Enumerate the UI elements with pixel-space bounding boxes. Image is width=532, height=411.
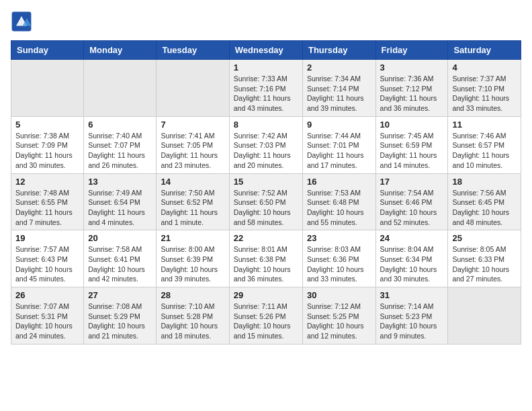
day-number: 22 [234, 233, 298, 243]
day-info: Sunrise: 7:10 AM Sunset: 5:28 PM Dayligh… [161, 302, 224, 341]
day-info: Sunrise: 7:49 AM Sunset: 6:54 PM Dayligh… [88, 188, 152, 228]
day-number: 11 [452, 120, 517, 130]
calendar-day-cell: 13Sunrise: 7:49 AM Sunset: 6:54 PM Dayli… [84, 173, 157, 230]
day-info: Sunrise: 7:33 AM Sunset: 7:16 PM Dayligh… [234, 74, 298, 113]
day-info: Sunrise: 7:58 AM Sunset: 6:41 PM Dayligh… [88, 244, 152, 284]
day-number: 6 [88, 120, 152, 130]
day-number: 3 [380, 62, 444, 73]
calendar-day-cell: 18Sunrise: 7:56 AM Sunset: 6:45 PM Dayli… [448, 173, 521, 230]
calendar-day-cell: 15Sunrise: 7:52 AM Sunset: 6:50 PM Dayli… [229, 173, 302, 230]
day-info: Sunrise: 7:44 AM Sunset: 7:01 PM Dayligh… [307, 131, 371, 171]
day-info: Sunrise: 7:36 AM Sunset: 7:12 PM Dayligh… [380, 74, 444, 113]
calendar-day-cell: 3Sunrise: 7:36 AM Sunset: 7:12 PM Daylig… [375, 60, 448, 117]
day-number: 2 [307, 62, 371, 73]
calendar-week-row: 26Sunrise: 7:07 AM Sunset: 5:31 PM Dayli… [11, 287, 521, 345]
calendar-week-row: 5Sunrise: 7:38 AM Sunset: 7:09 PM Daylig… [11, 116, 521, 173]
day-info: Sunrise: 7:11 AM Sunset: 5:26 PM Dayligh… [234, 302, 298, 341]
day-number: 26 [15, 290, 79, 300]
day-number: 18 [452, 177, 517, 187]
calendar-day-cell: 2Sunrise: 7:34 AM Sunset: 7:14 PM Daylig… [302, 60, 375, 117]
calendar-day-cell: 28Sunrise: 7:10 AM Sunset: 5:28 PM Dayli… [157, 287, 229, 345]
day-info: Sunrise: 7:53 AM Sunset: 6:48 PM Dayligh… [307, 188, 371, 228]
day-info: Sunrise: 7:40 AM Sunset: 7:07 PM Dayligh… [88, 131, 152, 171]
day-number: 23 [307, 233, 371, 243]
day-info: Sunrise: 7:41 AM Sunset: 7:05 PM Dayligh… [161, 131, 224, 171]
day-number: 24 [380, 233, 444, 243]
day-info: Sunrise: 7:54 AM Sunset: 6:46 PM Dayligh… [380, 188, 444, 228]
day-number: 7 [161, 120, 224, 130]
day-number: 4 [452, 62, 517, 73]
day-info: Sunrise: 8:04 AM Sunset: 6:34 PM Dayligh… [380, 244, 444, 284]
day-info: Sunrise: 7:56 AM Sunset: 6:45 PM Dayligh… [452, 188, 517, 228]
day-info: Sunrise: 7:12 AM Sunset: 5:25 PM Dayligh… [307, 302, 371, 341]
weekday-header-wednesday: Wednesday [229, 41, 302, 60]
day-info: Sunrise: 7:48 AM Sunset: 6:55 PM Dayligh… [15, 188, 79, 228]
calendar-day-cell [84, 60, 157, 117]
calendar-day-cell: 11Sunrise: 7:46 AM Sunset: 6:57 PM Dayli… [448, 116, 521, 173]
calendar-day-cell: 29Sunrise: 7:11 AM Sunset: 5:26 PM Dayli… [229, 287, 302, 345]
calendar-day-cell: 16Sunrise: 7:53 AM Sunset: 6:48 PM Dayli… [302, 173, 375, 230]
day-info: Sunrise: 7:42 AM Sunset: 7:03 PM Dayligh… [234, 131, 298, 171]
calendar-day-cell: 24Sunrise: 8:04 AM Sunset: 6:34 PM Dayli… [375, 230, 448, 287]
weekday-header-friday: Friday [375, 41, 448, 60]
calendar-day-cell: 8Sunrise: 7:42 AM Sunset: 7:03 PM Daylig… [229, 116, 302, 173]
day-number: 16 [307, 177, 371, 187]
calendar-day-cell: 20Sunrise: 7:58 AM Sunset: 6:41 PM Dayli… [84, 230, 157, 287]
calendar-week-row: 1Sunrise: 7:33 AM Sunset: 7:16 PM Daylig… [11, 60, 521, 117]
day-number: 12 [15, 177, 79, 187]
calendar-day-cell: 6Sunrise: 7:40 AM Sunset: 7:07 PM Daylig… [84, 116, 157, 173]
calendar-day-cell: 21Sunrise: 8:00 AM Sunset: 6:39 PM Dayli… [157, 230, 229, 287]
logo [11, 11, 35, 32]
calendar-day-cell: 26Sunrise: 7:07 AM Sunset: 5:31 PM Dayli… [11, 287, 84, 345]
calendar-header-row: SundayMondayTuesdayWednesdayThursdayFrid… [11, 41, 521, 60]
calendar-day-cell: 23Sunrise: 8:03 AM Sunset: 6:36 PM Dayli… [302, 230, 375, 287]
day-number: 8 [234, 120, 298, 130]
day-info: Sunrise: 7:07 AM Sunset: 5:31 PM Dayligh… [15, 302, 79, 341]
calendar-day-cell [11, 60, 84, 117]
day-number: 29 [234, 290, 298, 300]
calendar-day-cell: 31Sunrise: 7:14 AM Sunset: 5:23 PM Dayli… [375, 287, 448, 345]
day-number: 19 [15, 233, 79, 243]
day-info: Sunrise: 8:01 AM Sunset: 6:38 PM Dayligh… [234, 244, 298, 284]
calendar-day-cell: 10Sunrise: 7:45 AM Sunset: 6:59 PM Dayli… [375, 116, 448, 173]
calendar-table: SundayMondayTuesdayWednesdayThursdayFrid… [11, 40, 521, 345]
calendar-day-cell: 17Sunrise: 7:54 AM Sunset: 6:46 PM Dayli… [375, 173, 448, 230]
day-info: Sunrise: 7:50 AM Sunset: 6:52 PM Dayligh… [161, 188, 224, 228]
day-info: Sunrise: 7:14 AM Sunset: 5:23 PM Dayligh… [380, 302, 444, 341]
day-number: 30 [307, 290, 371, 300]
day-number: 31 [380, 290, 444, 300]
calendar-day-cell: 4Sunrise: 7:37 AM Sunset: 7:10 PM Daylig… [448, 60, 521, 117]
calendar-day-cell: 30Sunrise: 7:12 AM Sunset: 5:25 PM Dayli… [302, 287, 375, 345]
day-number: 17 [380, 177, 444, 187]
calendar-day-cell: 22Sunrise: 8:01 AM Sunset: 6:38 PM Dayli… [229, 230, 302, 287]
day-number: 13 [88, 177, 152, 187]
calendar-day-cell: 14Sunrise: 7:50 AM Sunset: 6:52 PM Dayli… [157, 173, 229, 230]
day-number: 27 [88, 290, 152, 300]
day-info: Sunrise: 7:08 AM Sunset: 5:29 PM Dayligh… [88, 302, 152, 341]
calendar-day-cell [448, 287, 521, 345]
day-info: Sunrise: 7:52 AM Sunset: 6:50 PM Dayligh… [234, 188, 298, 228]
day-number: 10 [380, 120, 444, 130]
weekday-header-saturday: Saturday [448, 41, 521, 60]
day-info: Sunrise: 7:46 AM Sunset: 6:57 PM Dayligh… [452, 131, 517, 171]
calendar-day-cell: 9Sunrise: 7:44 AM Sunset: 7:01 PM Daylig… [302, 116, 375, 173]
calendar-day-cell: 12Sunrise: 7:48 AM Sunset: 6:55 PM Dayli… [11, 173, 84, 230]
weekday-header-monday: Monday [84, 41, 157, 60]
calendar-day-cell: 25Sunrise: 8:05 AM Sunset: 6:33 PM Dayli… [448, 230, 521, 287]
day-number: 9 [307, 120, 371, 130]
day-number: 1 [234, 62, 298, 73]
day-number: 21 [161, 233, 224, 243]
day-info: Sunrise: 7:45 AM Sunset: 6:59 PM Dayligh… [380, 131, 444, 171]
day-number: 20 [88, 233, 152, 243]
calendar-day-cell: 7Sunrise: 7:41 AM Sunset: 7:05 PM Daylig… [157, 116, 229, 173]
calendar-week-row: 19Sunrise: 7:57 AM Sunset: 6:43 PM Dayli… [11, 230, 521, 287]
day-info: Sunrise: 7:38 AM Sunset: 7:09 PM Dayligh… [15, 131, 79, 171]
day-info: Sunrise: 8:00 AM Sunset: 6:39 PM Dayligh… [161, 244, 224, 284]
day-info: Sunrise: 8:05 AM Sunset: 6:33 PM Dayligh… [452, 244, 517, 284]
calendar-day-cell: 5Sunrise: 7:38 AM Sunset: 7:09 PM Daylig… [11, 116, 84, 173]
day-number: 14 [161, 177, 224, 187]
day-info: Sunrise: 7:37 AM Sunset: 7:10 PM Dayligh… [452, 74, 517, 113]
weekday-header-thursday: Thursday [302, 41, 375, 60]
day-info: Sunrise: 7:57 AM Sunset: 6:43 PM Dayligh… [15, 244, 79, 284]
calendar-day-cell [157, 60, 229, 117]
